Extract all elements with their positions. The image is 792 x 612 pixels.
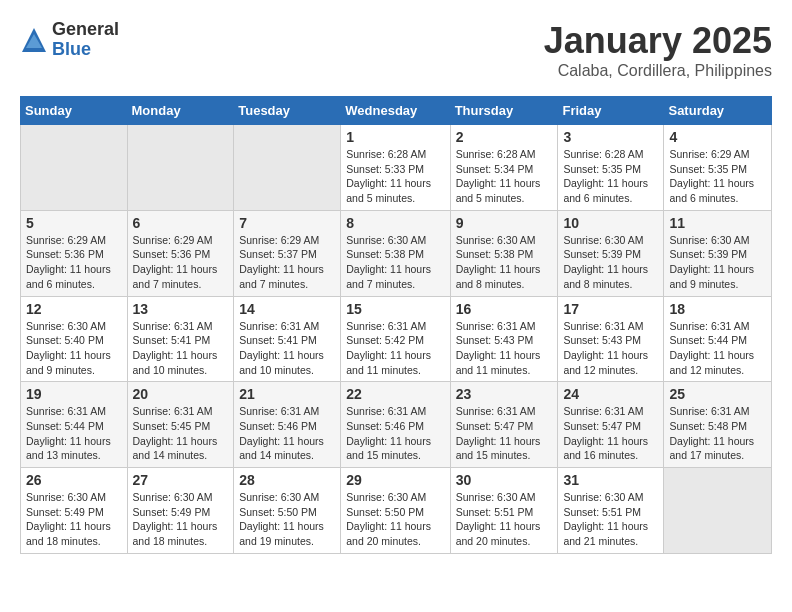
day-number: 14 (239, 301, 335, 317)
day-number: 9 (456, 215, 553, 231)
calendar-week-row: 26Sunrise: 6:30 AMSunset: 5:49 PMDayligh… (21, 468, 772, 554)
day-number: 17 (563, 301, 658, 317)
day-info: Sunrise: 6:31 AMSunset: 5:47 PMDaylight:… (563, 404, 658, 463)
day-info: Sunrise: 6:30 AMSunset: 5:50 PMDaylight:… (346, 490, 444, 549)
day-info: Sunrise: 6:29 AMSunset: 5:35 PMDaylight:… (669, 147, 766, 206)
calendar-cell: 9Sunrise: 6:30 AMSunset: 5:38 PMDaylight… (450, 210, 558, 296)
day-info: Sunrise: 6:30 AMSunset: 5:38 PMDaylight:… (456, 233, 553, 292)
month-title: January 2025 (544, 20, 772, 62)
day-info: Sunrise: 6:31 AMSunset: 5:44 PMDaylight:… (26, 404, 122, 463)
logo-general-text: General (52, 20, 119, 40)
day-number: 12 (26, 301, 122, 317)
day-number: 5 (26, 215, 122, 231)
weekday-header: Tuesday (234, 97, 341, 125)
calendar-cell: 2Sunrise: 6:28 AMSunset: 5:34 PMDaylight… (450, 125, 558, 211)
calendar-cell: 19Sunrise: 6:31 AMSunset: 5:44 PMDayligh… (21, 382, 128, 468)
weekday-header: Friday (558, 97, 664, 125)
day-info: Sunrise: 6:30 AMSunset: 5:39 PMDaylight:… (563, 233, 658, 292)
day-number: 1 (346, 129, 444, 145)
day-number: 30 (456, 472, 553, 488)
calendar-week-row: 5Sunrise: 6:29 AMSunset: 5:36 PMDaylight… (21, 210, 772, 296)
day-number: 31 (563, 472, 658, 488)
day-number: 10 (563, 215, 658, 231)
calendar-week-row: 19Sunrise: 6:31 AMSunset: 5:44 PMDayligh… (21, 382, 772, 468)
logo-icon (20, 26, 48, 54)
calendar-cell: 20Sunrise: 6:31 AMSunset: 5:45 PMDayligh… (127, 382, 234, 468)
calendar-cell: 25Sunrise: 6:31 AMSunset: 5:48 PMDayligh… (664, 382, 772, 468)
day-info: Sunrise: 6:30 AMSunset: 5:51 PMDaylight:… (456, 490, 553, 549)
calendar-cell: 17Sunrise: 6:31 AMSunset: 5:43 PMDayligh… (558, 296, 664, 382)
day-number: 6 (133, 215, 229, 231)
calendar-cell (21, 125, 128, 211)
calendar-cell: 15Sunrise: 6:31 AMSunset: 5:42 PMDayligh… (341, 296, 450, 382)
calendar-cell: 31Sunrise: 6:30 AMSunset: 5:51 PMDayligh… (558, 468, 664, 554)
day-info: Sunrise: 6:31 AMSunset: 5:45 PMDaylight:… (133, 404, 229, 463)
day-number: 4 (669, 129, 766, 145)
weekday-header: Sunday (21, 97, 128, 125)
calendar-cell: 7Sunrise: 6:29 AMSunset: 5:37 PMDaylight… (234, 210, 341, 296)
calendar-cell: 18Sunrise: 6:31 AMSunset: 5:44 PMDayligh… (664, 296, 772, 382)
calendar-cell: 4Sunrise: 6:29 AMSunset: 5:35 PMDaylight… (664, 125, 772, 211)
day-info: Sunrise: 6:31 AMSunset: 5:43 PMDaylight:… (563, 319, 658, 378)
day-info: Sunrise: 6:31 AMSunset: 5:46 PMDaylight:… (239, 404, 335, 463)
calendar-cell: 8Sunrise: 6:30 AMSunset: 5:38 PMDaylight… (341, 210, 450, 296)
day-info: Sunrise: 6:31 AMSunset: 5:48 PMDaylight:… (669, 404, 766, 463)
day-number: 16 (456, 301, 553, 317)
day-info: Sunrise: 6:30 AMSunset: 5:38 PMDaylight:… (346, 233, 444, 292)
day-info: Sunrise: 6:31 AMSunset: 5:47 PMDaylight:… (456, 404, 553, 463)
day-number: 19 (26, 386, 122, 402)
weekday-header: Thursday (450, 97, 558, 125)
weekday-header: Wednesday (341, 97, 450, 125)
day-info: Sunrise: 6:29 AMSunset: 5:36 PMDaylight:… (26, 233, 122, 292)
calendar-cell: 27Sunrise: 6:30 AMSunset: 5:49 PMDayligh… (127, 468, 234, 554)
calendar-cell: 29Sunrise: 6:30 AMSunset: 5:50 PMDayligh… (341, 468, 450, 554)
day-info: Sunrise: 6:31 AMSunset: 5:44 PMDaylight:… (669, 319, 766, 378)
weekday-header: Saturday (664, 97, 772, 125)
calendar-cell: 24Sunrise: 6:31 AMSunset: 5:47 PMDayligh… (558, 382, 664, 468)
calendar-cell: 11Sunrise: 6:30 AMSunset: 5:39 PMDayligh… (664, 210, 772, 296)
day-number: 26 (26, 472, 122, 488)
calendar-cell (664, 468, 772, 554)
day-info: Sunrise: 6:31 AMSunset: 5:46 PMDaylight:… (346, 404, 444, 463)
day-number: 27 (133, 472, 229, 488)
calendar-cell: 21Sunrise: 6:31 AMSunset: 5:46 PMDayligh… (234, 382, 341, 468)
day-info: Sunrise: 6:31 AMSunset: 5:41 PMDaylight:… (239, 319, 335, 378)
day-number: 2 (456, 129, 553, 145)
calendar-header-row: SundayMondayTuesdayWednesdayThursdayFrid… (21, 97, 772, 125)
calendar-cell: 23Sunrise: 6:31 AMSunset: 5:47 PMDayligh… (450, 382, 558, 468)
day-number: 23 (456, 386, 553, 402)
day-info: Sunrise: 6:29 AMSunset: 5:36 PMDaylight:… (133, 233, 229, 292)
day-number: 21 (239, 386, 335, 402)
weekday-header: Monday (127, 97, 234, 125)
location-text: Calaba, Cordillera, Philippines (544, 62, 772, 80)
calendar-cell: 10Sunrise: 6:30 AMSunset: 5:39 PMDayligh… (558, 210, 664, 296)
day-number: 24 (563, 386, 658, 402)
calendar-cell: 28Sunrise: 6:30 AMSunset: 5:50 PMDayligh… (234, 468, 341, 554)
day-number: 3 (563, 129, 658, 145)
calendar-cell: 22Sunrise: 6:31 AMSunset: 5:46 PMDayligh… (341, 382, 450, 468)
day-number: 28 (239, 472, 335, 488)
day-info: Sunrise: 6:30 AMSunset: 5:39 PMDaylight:… (669, 233, 766, 292)
day-number: 13 (133, 301, 229, 317)
calendar-week-row: 1Sunrise: 6:28 AMSunset: 5:33 PMDaylight… (21, 125, 772, 211)
calendar-cell: 30Sunrise: 6:30 AMSunset: 5:51 PMDayligh… (450, 468, 558, 554)
day-number: 25 (669, 386, 766, 402)
calendar-week-row: 12Sunrise: 6:30 AMSunset: 5:40 PMDayligh… (21, 296, 772, 382)
day-info: Sunrise: 6:29 AMSunset: 5:37 PMDaylight:… (239, 233, 335, 292)
day-number: 18 (669, 301, 766, 317)
calendar-cell: 3Sunrise: 6:28 AMSunset: 5:35 PMDaylight… (558, 125, 664, 211)
calendar-table: SundayMondayTuesdayWednesdayThursdayFrid… (20, 96, 772, 554)
day-info: Sunrise: 6:31 AMSunset: 5:42 PMDaylight:… (346, 319, 444, 378)
day-info: Sunrise: 6:28 AMSunset: 5:35 PMDaylight:… (563, 147, 658, 206)
day-info: Sunrise: 6:30 AMSunset: 5:49 PMDaylight:… (26, 490, 122, 549)
calendar-cell: 14Sunrise: 6:31 AMSunset: 5:41 PMDayligh… (234, 296, 341, 382)
calendar-cell: 5Sunrise: 6:29 AMSunset: 5:36 PMDaylight… (21, 210, 128, 296)
day-info: Sunrise: 6:30 AMSunset: 5:40 PMDaylight:… (26, 319, 122, 378)
calendar-cell: 12Sunrise: 6:30 AMSunset: 5:40 PMDayligh… (21, 296, 128, 382)
day-info: Sunrise: 6:28 AMSunset: 5:33 PMDaylight:… (346, 147, 444, 206)
day-number: 8 (346, 215, 444, 231)
calendar-cell: 6Sunrise: 6:29 AMSunset: 5:36 PMDaylight… (127, 210, 234, 296)
logo-blue-text: Blue (52, 40, 119, 60)
day-number: 15 (346, 301, 444, 317)
day-info: Sunrise: 6:30 AMSunset: 5:51 PMDaylight:… (563, 490, 658, 549)
